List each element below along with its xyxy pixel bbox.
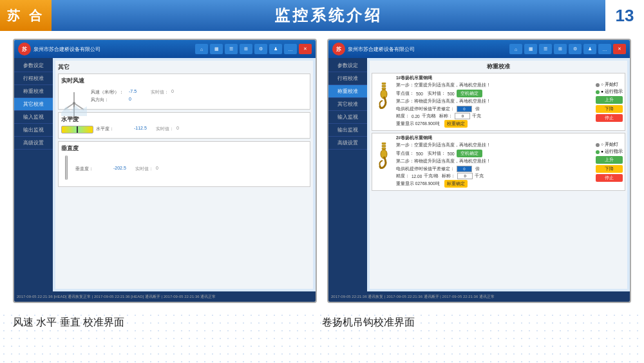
crane2-stop-btn[interactable]: 停止 [596, 174, 623, 182]
crane2-zero-label: 零点值： [396, 151, 414, 157]
crane1-calibrate-btn[interactable]: 校重确定 [444, 120, 468, 128]
wind-turbine-icon [61, 87, 87, 106]
vertical-measured-label: 实时值： [135, 166, 153, 172]
crane1-up-btn[interactable]: 上升 [596, 96, 623, 104]
page-title: 监控系统介绍 [52, 5, 605, 26]
r-monitor-icon[interactable]: ▦ [524, 44, 537, 54]
crane1-kg-input[interactable] [455, 113, 470, 119]
crane1-weight-label: 精度： [396, 113, 410, 119]
close-icon[interactable]: ✕ [299, 44, 312, 54]
crane1-ton-label: 千克 [472, 113, 481, 119]
svg-point-4 [73, 102, 75, 104]
crane2-display: 重量显示 02768.900吨 [396, 181, 440, 187]
crane2-image [374, 135, 393, 188]
left-sidebar: 参数设定 行程校准 称重校准 其它校准 输入监视 输出监视 高级设置 [14, 58, 53, 291]
right-panel-body: 参数设定 行程校准 称重校准 其它校准 输入监视 输出监视 高级设置 称重校准 [328, 58, 630, 291]
left-panel: 苏 泉州市苏合建桥设备有限公司 ⌂ ▦ ☰ ⊞ ⚙ ♟ … ✕ [13, 39, 317, 303]
crane1-image [374, 75, 393, 128]
svg-rect-11 [382, 142, 386, 144]
crane2-real-value: 500 [448, 152, 455, 156]
r-home-icon[interactable]: ⌂ [509, 44, 522, 54]
left-panel-logo: 苏 [18, 43, 31, 55]
crane1-unit: 千克/格 [422, 113, 437, 119]
crane2-input-label: 电供机提停时候值平差修定： [396, 166, 455, 172]
crane1-step2: 第二步：将物提升到适当高度，再地机空悬挂！ [396, 99, 593, 104]
sidebar-item-input[interactable]: 输入监视 [14, 111, 53, 124]
crane1-kg-label: 标称： [439, 113, 453, 119]
svg-rect-8 [382, 85, 386, 87]
more-icon[interactable]: … [284, 44, 297, 54]
crane2-power-label: ○ 开始灯 [601, 142, 618, 148]
wind-title: 实时风速 [61, 77, 307, 85]
crane1-confirm-btn[interactable]: 空机确定 [457, 90, 482, 97]
list-icon[interactable]: ☰ [225, 44, 238, 54]
monitor-icon[interactable]: ▦ [210, 44, 223, 54]
crane2-down-btn[interactable]: 下降 [596, 165, 623, 173]
calibration-title: 称重校准 [372, 63, 625, 71]
r-close-icon[interactable]: ✕ [613, 44, 626, 54]
wind-measured-label: 实时值： [151, 89, 169, 95]
r-sidebar-item-input[interactable]: 输入监视 [328, 111, 367, 124]
page-container: 苏 合 监控系统介绍 13 苏 泉州市苏合建桥设备有限公司 ⌂ ▦ ☰ ⊞ [0, 0, 644, 363]
section-title: 其它 [58, 63, 310, 72]
crane1-zero-value: 500 [416, 92, 423, 96]
wind-dir-label: 风方向： [91, 97, 126, 103]
sidebar-item-travel[interactable]: 行程校准 [14, 72, 53, 85]
crane1-down-btn[interactable]: 下降 [596, 105, 623, 113]
vertical-title: 垂直度 [61, 144, 307, 153]
gear-icon[interactable]: ⚙ [254, 44, 267, 54]
sidebar-item-output[interactable]: 输出监视 [14, 124, 53, 137]
crane2-real-label: 实对值： [428, 151, 446, 157]
r-sidebar-item-weight[interactable]: 称重校准 [328, 85, 367, 98]
sidebar-item-weight[interactable]: 称重校准 [14, 85, 53, 98]
crane1-run-dot [596, 90, 600, 94]
sidebar-item-advanced[interactable]: 高级设置 [14, 137, 53, 150]
caption-area: 风速 水平 垂直 校准界面 卷扬机吊钩校准界面 [0, 311, 644, 332]
wind-dir-value: 0 [129, 97, 148, 103]
right-panel-company: 泉州市苏合建桥设备有限公司 [348, 46, 507, 53]
r-more-icon[interactable]: … [598, 44, 611, 54]
header: 苏 合 监控系统介绍 13 [0, 0, 644, 31]
r-sidebar-item-advanced[interactable]: 高级设置 [328, 137, 367, 150]
crane2-title: 2#卷扬机吊重钢绳 [396, 135, 593, 141]
r-sidebar-item-params[interactable]: 参数设定 [328, 59, 367, 72]
crane2-weight-label: 精度： [396, 173, 410, 179]
level-bar: 水平度： -112.5 实时值： 0 [61, 126, 307, 133]
crane1-unit-label: 倍 [475, 106, 480, 112]
main-content: 苏 泉州市苏合建桥设备有限公司 ⌂ ▦ ☰ ⊞ ⚙ ♟ … ✕ [0, 31, 644, 311]
sidebar-item-other[interactable]: 其它校准 [14, 98, 53, 111]
crane1-input[interactable] [457, 106, 472, 112]
r-sidebar-item-other[interactable]: 其它校准 [328, 98, 367, 111]
crane2-section: 2#卷扬机吊重钢绳 第一步：空重提升到适当高度，再地机空悬挂！ 零点值： 500… [372, 133, 625, 191]
crane2-confirm-btn[interactable]: 空机确定 [457, 150, 482, 157]
level-measured-label: 实时值： [156, 126, 174, 132]
chart-icon[interactable]: ⊞ [240, 44, 252, 54]
crane1-weight-value: 0.20 [412, 114, 420, 119]
crane1-step1: 第一步：空重提升到适当高度，再地机空悬挂！ [396, 83, 593, 88]
r-sidebar-item-output[interactable]: 输出监视 [328, 124, 367, 137]
crane2-kg-input[interactable] [457, 173, 473, 179]
r-gear-icon[interactable]: ⚙ [569, 44, 582, 54]
left-panel-topbar: 苏 泉州市苏合建桥设备有限公司 ⌂ ▦ ☰ ⊞ ⚙ ♟ … ✕ [14, 40, 316, 58]
home-icon[interactable]: ⌂ [195, 44, 208, 54]
r-chart-icon[interactable]: ⊞ [554, 44, 567, 54]
crane2-input[interactable] [457, 166, 472, 172]
crane2-calibrate-btn[interactable]: 标重确定 [444, 180, 468, 188]
crane2-up-btn[interactable]: 上升 [596, 156, 623, 164]
r-user-icon[interactable]: ♟ [583, 44, 596, 54]
left-panel-icons: ⌂ ▦ ☰ ⊞ ⚙ ♟ … ✕ [195, 44, 312, 54]
crane1-stop-btn[interactable]: 停止 [596, 114, 623, 122]
svg-rect-12 [382, 145, 386, 147]
user-icon[interactable]: ♟ [269, 44, 282, 54]
wind-measured-value: 0 [171, 89, 174, 95]
crane2-run-label: ● 运行指示 [601, 149, 623, 155]
right-status-text: 2017-09-05 22:21:36 通讯恢复 | 2017-09-05 22… [331, 294, 495, 300]
crane1-display: 重量显示 02768.900吨 [396, 121, 440, 127]
r-list-icon[interactable]: ☰ [539, 44, 552, 54]
left-status-text: 2017-09-05 22:21:36 [HEAD] 通讯恢复正常 | 2017… [17, 294, 216, 300]
crane1-power-dot [596, 83, 600, 87]
sidebar-item-params[interactable]: 参数设定 [14, 59, 53, 72]
crane1-zero-label: 零点值： [396, 91, 414, 97]
wind-speed-label: 风速（米/秒）： [91, 89, 126, 95]
r-sidebar-item-travel[interactable]: 行程校准 [328, 72, 367, 85]
